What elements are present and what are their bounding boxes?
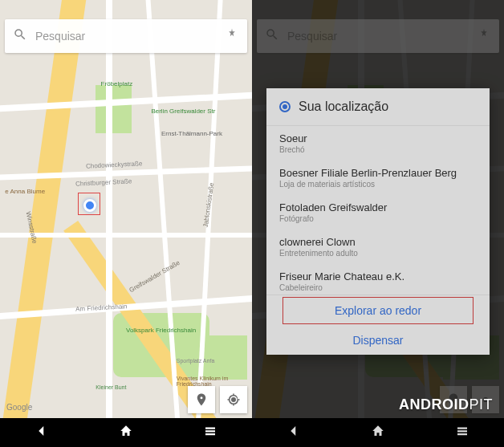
search-icon: [13, 27, 27, 45]
recent-button[interactable]: [203, 424, 217, 441]
map-label: Kleiner Bunt: [96, 384, 126, 390]
google-logo: Google: [6, 403, 32, 412]
annotation-highlight: [78, 193, 100, 215]
place-item[interactable]: Soeur Brechó: [266, 126, 490, 161]
search-bar[interactable]: [5, 19, 247, 53]
dismiss-button[interactable]: Dispensar: [266, 326, 490, 355]
recent-button[interactable]: [455, 424, 469, 441]
map-label: Berlin Greifswalder Str: [151, 108, 215, 115]
phone-right: ▣ ▤ ᛒ ▲ ◢ ▮ 16:50 Sua localização: [252, 0, 504, 447]
place-item[interactable]: Boesner Filiale Berlin-Prenzlauer Berg L…: [266, 161, 490, 195]
map-label: e Anna Blume: [5, 188, 45, 195]
dialog-title: Sua localização: [299, 100, 388, 114]
place-item[interactable]: clownerei Clown Entretenimento adulto: [266, 230, 490, 264]
map-label: Chodowieckystraße: [86, 160, 143, 170]
map-label: Vivantes Klinikum im Friedrichshain: [177, 376, 233, 387]
back-button[interactable]: [35, 424, 49, 441]
watermark: ANDROIDPIT: [399, 396, 493, 413]
place-list[interactable]: Soeur Brechó Boesner Filiale Berlin-Pren…: [266, 126, 490, 295]
directions-icon[interactable]: [225, 27, 239, 45]
radio-selected-icon[interactable]: [279, 101, 291, 112]
place-item[interactable]: Friseur Marie Chateau e.K. Cabeleireiro: [266, 264, 490, 295]
map-label: Fröbelplatz: [101, 80, 133, 87]
location-dialog: Sua localização Soeur Brechó Boesner Fil…: [266, 88, 490, 355]
map-label: Volkspark Friedrichshain: [126, 327, 196, 334]
back-button[interactable]: [287, 424, 301, 441]
map-label: Christburger Straße: [75, 177, 132, 188]
phone-left: Fröbelplatz Berlin Greifswalder Str Erns…: [0, 0, 252, 447]
explore-around-button[interactable]: Explorar ao redor: [282, 297, 474, 324]
map-label: Greifswalder Straße: [128, 259, 181, 294]
explore-button[interactable]: [188, 386, 215, 413]
nav-bar: [0, 418, 252, 447]
map-label: Jablonskistraße: [202, 182, 216, 228]
map-canvas[interactable]: Fröbelplatz Berlin Greifswalder Str Erns…: [0, 0, 252, 447]
home-button[interactable]: [371, 424, 385, 441]
map-label: Sportplatz Anfa: [177, 358, 214, 364]
home-button[interactable]: [119, 424, 133, 441]
place-item[interactable]: Fotoladen Greifswalder Fotógrafo: [266, 195, 490, 230]
my-location-button[interactable]: [220, 386, 247, 413]
map-label: Ernst-Thälmann-Park: [161, 130, 222, 137]
search-input[interactable]: [35, 30, 217, 43]
nav-bar: [252, 418, 504, 447]
